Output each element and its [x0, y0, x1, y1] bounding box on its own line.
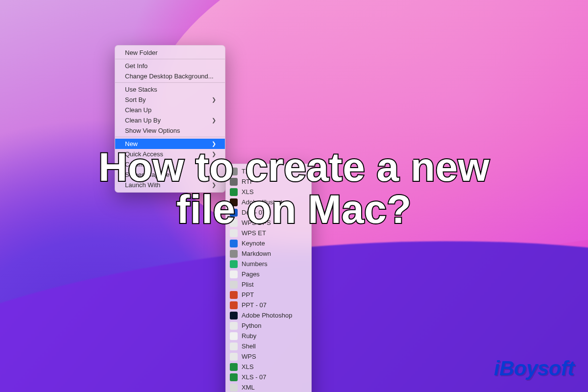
submenu-item-label: Pages	[242, 270, 260, 278]
submenu-item-xls[interactable]: XLS	[226, 362, 311, 372]
submenu-item-label: PPT - 07	[242, 301, 267, 309]
submenu-item-label: Ruby	[242, 332, 256, 340]
file-type-icon	[230, 178, 238, 186]
menu-item-label: Clean Up	[125, 106, 216, 114]
submenu-item-label: WPS DPS	[242, 219, 271, 226]
submenu-item-label: XLS	[242, 363, 254, 370]
menu-item-label: Screen Capture	[125, 171, 212, 178]
submenu-item-label: Shell	[242, 343, 256, 350]
submenu-item-label: Markdown	[242, 250, 271, 257]
submenu-item-ppt[interactable]: PPT	[226, 290, 311, 300]
submenu-item-rtf[interactable]: RTF	[226, 176, 311, 187]
submenu-item-label: XML	[242, 384, 255, 391]
file-type-icon	[230, 301, 238, 309]
logo-text: Boysoft	[499, 357, 574, 380]
file-type-icon	[230, 312, 238, 319]
file-type-icon	[230, 384, 238, 392]
submenu-item-doc-07[interactable]: Doc - 07	[226, 207, 311, 218]
submenu-item-wps[interactable]: WPS	[226, 351, 311, 362]
submenu-item-shell[interactable]: Shell	[226, 341, 311, 351]
menu-item-get-info[interactable]: Get Info	[115, 61, 225, 71]
brand-logo: iBoysoft	[494, 357, 574, 380]
submenu-item-pages[interactable]: Pages	[226, 269, 311, 279]
chevron-right-icon: ❯	[212, 151, 216, 157]
submenu-item-label: Adobe Photoshop	[242, 312, 292, 319]
submenu-item-keynote[interactable]: Keynote	[226, 238, 311, 248]
file-type-icon	[230, 373, 238, 381]
new-file-submenu: TXTRTFXLSAdobe IllustratorDoc - 07WPS DP…	[225, 164, 312, 392]
submenu-item-xls[interactable]: XLS	[226, 187, 311, 197]
submenu-item-label: XLS - 07	[242, 373, 267, 381]
menu-item-new[interactable]: New❯	[115, 139, 225, 149]
submenu-item-txt[interactable]: TXT	[226, 166, 311, 176]
menu-item-label: Launch With	[125, 181, 212, 189]
submenu-item-label: Numbers	[242, 260, 268, 268]
menu-item-clean-up[interactable]: Clean Up	[115, 105, 225, 115]
file-type-icon	[230, 188, 238, 196]
submenu-item-adobe-photoshop[interactable]: Adobe Photoshop	[226, 310, 311, 320]
submenu-item-label: RTF	[242, 178, 254, 185]
menu-item-screen-capture[interactable]: Screen Capture❯	[115, 170, 225, 180]
menu-item-sort-by[interactable]: Sort By❯	[115, 95, 225, 105]
submenu-item-label: Python	[242, 322, 261, 329]
menu-item-label: Show View Options	[125, 127, 216, 134]
submenu-item-plist[interactable]: Plist	[226, 279, 311, 290]
submenu-item-wps-dps[interactable]: WPS DPS	[226, 218, 311, 228]
file-type-icon	[230, 229, 238, 237]
menu-item-common[interactable]: Common❯	[115, 159, 225, 170]
file-type-icon	[230, 209, 238, 217]
chevron-right-icon: ❯	[212, 141, 216, 147]
menu-item-launch-with[interactable]: Launch With❯	[115, 180, 225, 190]
file-type-icon	[230, 291, 238, 299]
menu-item-label: Common	[125, 161, 212, 168]
file-type-icon	[230, 332, 238, 340]
submenu-item-label: XLS	[242, 188, 254, 196]
menu-item-label: Sort By	[125, 96, 212, 103]
submenu-item-label: TXT	[242, 168, 254, 175]
logo-dot-icon: i	[494, 357, 499, 380]
file-type-icon	[230, 270, 238, 278]
menu-item-clean-up-by[interactable]: Clean Up By❯	[115, 115, 225, 125]
menu-item-show-view-options[interactable]: Show View Options	[115, 125, 225, 136]
file-type-icon	[230, 260, 238, 268]
menu-item-label: Get Info	[125, 62, 216, 70]
file-type-icon	[230, 240, 238, 247]
submenu-item-adobe-illustrator[interactable]: Adobe Illustrator	[226, 197, 311, 207]
submenu-item-ppt-07[interactable]: PPT - 07	[226, 300, 311, 310]
chevron-right-icon: ❯	[212, 172, 216, 178]
submenu-item-label: WPS	[242, 353, 256, 360]
submenu-item-label: Plist	[242, 281, 254, 288]
menu-item-label: New Folder	[125, 49, 216, 56]
file-type-icon	[230, 353, 238, 361]
menu-item-change-desktop-background[interactable]: Change Desktop Background...	[115, 71, 225, 81]
submenu-item-label: Doc - 07	[242, 209, 266, 216]
submenu-item-xml[interactable]: XML	[226, 382, 311, 392]
chevron-right-icon: ❯	[212, 97, 216, 103]
submenu-item-numbers[interactable]: Numbers	[226, 259, 311, 269]
file-type-icon	[230, 168, 238, 175]
menu-item-label: Change Desktop Background...	[125, 73, 216, 80]
submenu-item-ruby[interactable]: Ruby	[226, 331, 311, 341]
chevron-right-icon: ❯	[212, 161, 216, 168]
submenu-item-markdown[interactable]: Markdown	[226, 248, 311, 259]
file-type-icon	[230, 198, 238, 206]
menu-item-label: Quick Access	[125, 150, 212, 158]
menu-item-quick-access[interactable]: Quick Access❯	[115, 149, 225, 159]
submenu-item-wps-et[interactable]: WPS ET	[226, 228, 311, 238]
file-type-icon	[230, 343, 238, 350]
file-type-icon	[230, 250, 238, 258]
context-menu: New FolderGet InfoChange Desktop Backgro…	[115, 45, 225, 193]
menu-item-use-stacks[interactable]: Use Stacks	[115, 84, 225, 95]
chevron-right-icon: ❯	[212, 117, 216, 123]
submenu-item-python[interactable]: Python	[226, 320, 311, 331]
file-type-icon	[230, 219, 238, 227]
submenu-item-label: Keynote	[242, 240, 265, 247]
submenu-item-label: WPS ET	[242, 229, 266, 237]
file-type-icon	[230, 363, 238, 371]
menu-item-label: Use Stacks	[125, 86, 216, 93]
menu-item-new-folder[interactable]: New Folder	[115, 48, 225, 58]
menu-item-label: Clean Up By	[125, 117, 212, 124]
chevron-right-icon: ❯	[212, 182, 216, 188]
submenu-item-xls-07[interactable]: XLS - 07	[226, 372, 311, 382]
file-type-icon	[230, 322, 238, 330]
